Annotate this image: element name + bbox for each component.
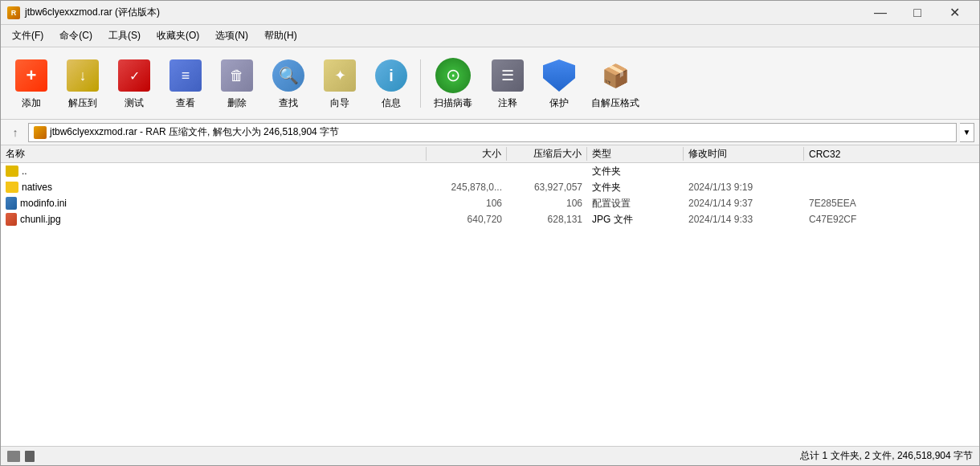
view-button[interactable]: ≡ 查看: [161, 51, 210, 116]
menu-file[interactable]: 文件(F): [4, 26, 51, 46]
wizard-button[interactable]: ✦ 向导: [316, 51, 364, 116]
col-header-size[interactable]: 大小: [427, 147, 507, 161]
path-rar-icon: [34, 126, 47, 139]
view-icon: ≡: [168, 56, 203, 95]
filename: chunli.jpg: [20, 214, 61, 225]
parent-folder-icon: [6, 166, 18, 177]
table-row[interactable]: natives 245,878,0... 63,927,057 文件夹 2024…: [1, 179, 979, 195]
cell-crc: C47E92CF: [804, 214, 884, 225]
titlebar-buttons: — □ ✕: [862, 1, 973, 25]
comment-icon: ☰: [490, 56, 525, 95]
cell-type: JPG 文件: [587, 213, 684, 227]
find-label: 查找: [279, 96, 298, 110]
add-button[interactable]: + 添加: [7, 51, 55, 116]
menu-help[interactable]: 帮助(H): [256, 26, 305, 46]
statusbar-left: [7, 451, 35, 462]
info-button[interactable]: i 信息: [367, 51, 415, 116]
toolbar: + 添加 ↓ 解压到 ✓ 测试 ≡ 查看 🗑: [1, 47, 979, 120]
cell-crc: 7E285EEA: [804, 198, 884, 209]
find-icon: 🔍: [271, 56, 306, 95]
extract-icon: ↓: [65, 56, 100, 95]
path-box[interactable]: jtbw6clyexxzmod.rar - RAR 压缩文件, 解包大小为 24…: [28, 123, 957, 142]
statusbar-disk-icon: [7, 451, 20, 462]
sfx-icon: 📦: [598, 56, 633, 95]
view-label: 查看: [176, 96, 195, 110]
add-icon: +: [14, 56, 49, 95]
statusbar: 总计 1 文件夹, 2 文件, 246,518,904 字节: [1, 446, 979, 465]
cell-mtime: 2024/1/13 9:19: [684, 182, 804, 193]
protect-button[interactable]: 保护: [535, 51, 583, 116]
extract-button[interactable]: ↓ 解压到: [59, 51, 107, 116]
cell-type: 文件夹: [587, 181, 684, 194]
sfx-button[interactable]: 📦 自解压格式: [586, 51, 644, 116]
cell-type: 配置设置: [587, 197, 684, 211]
close-button[interactable]: ✕: [936, 1, 973, 25]
col-header-type[interactable]: 类型: [587, 147, 684, 161]
cell-mtime: 2024/1/14 9:37: [684, 198, 804, 209]
delete-button[interactable]: 🗑 删除: [213, 51, 261, 116]
cell-csize: 628,131: [507, 214, 587, 225]
comment-label: 注释: [498, 96, 517, 110]
minimize-button[interactable]: —: [862, 1, 899, 25]
cell-name: modinfo.ini: [1, 197, 427, 210]
file-list[interactable]: .. 文件夹 natives 245,878,0... 63,927,057 文…: [1, 163, 979, 446]
cell-size: 245,878,0...: [427, 182, 507, 193]
virus-icon: ⊙: [435, 56, 471, 95]
table-area: 名称 大小 压缩后大小 类型 修改时间 CRC32 .. 文件夹: [1, 145, 979, 446]
path-dropdown-button[interactable]: ▼: [960, 123, 974, 142]
protect-icon: [541, 56, 577, 95]
col-header-mtime[interactable]: 修改时间: [684, 147, 804, 161]
cell-csize: 63,927,057: [507, 182, 587, 193]
cell-size: 640,720: [427, 214, 507, 225]
table-row[interactable]: .. 文件夹: [1, 163, 979, 179]
cell-type: 文件夹: [587, 165, 684, 178]
virus-label: 扫描病毒: [434, 96, 472, 110]
cell-name: natives: [1, 182, 427, 193]
pathbar: ↑ jtbw6clyexxzmod.rar - RAR 压缩文件, 解包大小为 …: [1, 120, 979, 145]
statusbar-lock-icon: [25, 451, 35, 462]
menu-favorites[interactable]: 收藏夹(O): [149, 26, 207, 46]
table-row[interactable]: modinfo.ini 106 106 配置设置 2024/1/14 9:37 …: [1, 195, 979, 211]
menu-tools[interactable]: 工具(S): [100, 26, 149, 46]
table-row[interactable]: chunli.jpg 640,720 628,131 JPG 文件 2024/1…: [1, 211, 979, 227]
cell-name: chunli.jpg: [1, 213, 427, 226]
menubar: 文件(F) 命令(C) 工具(S) 收藏夹(O) 选项(N) 帮助(H): [1, 25, 979, 47]
add-label: 添加: [22, 96, 41, 110]
info-icon: i: [374, 56, 409, 95]
maximize-button[interactable]: □: [899, 1, 936, 25]
wizard-icon: ✦: [322, 56, 357, 95]
col-header-name[interactable]: 名称: [1, 147, 427, 161]
menu-command[interactable]: 命令(C): [51, 26, 100, 46]
delete-icon: 🗑: [219, 56, 255, 95]
extract-label: 解压到: [68, 96, 97, 110]
path-up-button[interactable]: ↑: [6, 123, 25, 142]
jpg-file-icon: [6, 213, 17, 226]
titlebar: R jtbw6clyexxzmod.rar (评估版本) — □ ✕: [1, 1, 979, 25]
col-header-csize[interactable]: 压缩后大小: [507, 147, 587, 161]
cell-size: 106: [427, 198, 507, 209]
col-header-crc[interactable]: CRC32: [804, 149, 884, 160]
filename: modinfo.ini: [20, 198, 67, 209]
cell-name: ..: [1, 166, 427, 177]
comment-button[interactable]: ☰ 注释: [484, 51, 532, 116]
filename: ..: [22, 166, 27, 177]
toolbar-separator: [420, 59, 421, 108]
main-window: R jtbw6clyexxzmod.rar (评估版本) — □ ✕ 文件(F)…: [0, 0, 980, 466]
test-label: 测试: [125, 96, 144, 110]
info-label: 信息: [382, 96, 401, 110]
cell-mtime: 2024/1/14 9:33: [684, 214, 804, 225]
menu-options[interactable]: 选项(N): [207, 26, 256, 46]
app-icon: R: [7, 6, 20, 19]
sfx-label: 自解压格式: [591, 96, 639, 110]
virus-button[interactable]: ⊙ 扫描病毒: [426, 51, 480, 116]
path-text: jtbw6clyexxzmod.rar - RAR 压缩文件, 解包大小为 24…: [50, 125, 339, 139]
test-button[interactable]: ✓ 测试: [110, 51, 158, 116]
cell-csize: 106: [507, 198, 587, 209]
filename: natives: [22, 182, 52, 193]
find-button[interactable]: 🔍 查找: [264, 51, 312, 116]
column-headers: 名称 大小 压缩后大小 类型 修改时间 CRC32: [1, 145, 979, 163]
wizard-label: 向导: [330, 96, 349, 110]
folder-icon: [6, 182, 18, 193]
delete-label: 删除: [227, 96, 247, 110]
statusbar-text: 总计 1 文件夹, 2 文件, 246,518,904 字节: [800, 449, 973, 463]
